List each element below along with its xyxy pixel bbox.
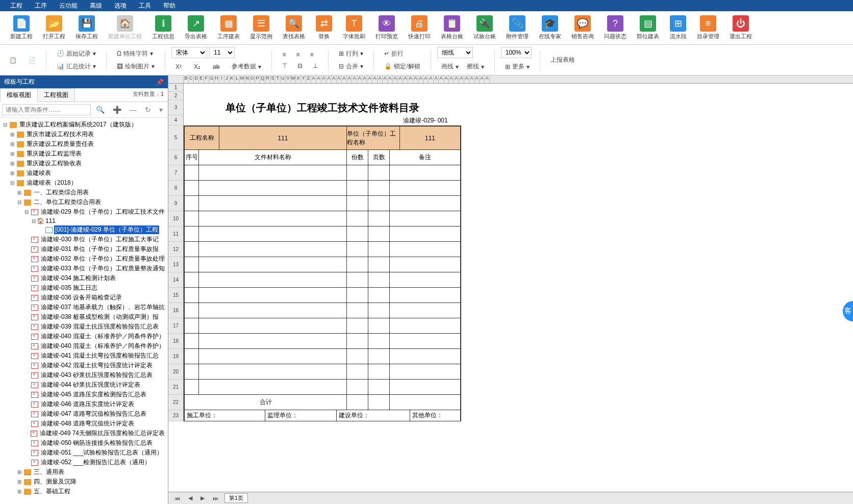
draw-pic-btn[interactable]: 🖼 绘制图片 ▾	[113, 60, 159, 73]
valign-bot-btn[interactable]: ⊥	[309, 60, 322, 71]
toolbar-btn-0[interactable]: 📄新建工程	[5, 14, 38, 41]
pin-icon[interactable]: 📌	[156, 79, 164, 86]
menu-tools[interactable]: 工具	[133, 1, 157, 11]
toolbar-btn-17[interactable]: 💬销售咨询	[566, 14, 599, 41]
tree-node[interactable]: ⊟渝建竣-029 单位（子单位）工程竣工技术文件	[2, 207, 166, 217]
search-icon[interactable]: 🔍	[93, 105, 108, 115]
tree-node[interactable]: ⊟重庆建设工程档案编制系统2017（建筑版）	[2, 120, 166, 130]
toolbar-btn-18[interactable]: ?问题状态	[599, 14, 632, 41]
tree-node[interactable]: ⊞四、测量及沉降	[2, 477, 166, 487]
tree-node[interactable]: 渝建竣-035 施工日志	[2, 283, 166, 293]
toolbar-btn-3[interactable]: 🏠新建单位工程	[103, 14, 147, 41]
tree-node[interactable]: ⊟🏠111	[2, 217, 166, 225]
add-icon[interactable]: ➕	[110, 105, 124, 115]
page-current[interactable]: 第1页	[224, 493, 248, 503]
toolbar-btn-1[interactable]: 📂打开工程	[38, 14, 70, 41]
page-last[interactable]: ⏭	[211, 495, 220, 501]
tree-node[interactable]: 渝建竣-042 混凝土抗弯拉强度统计评定表	[2, 361, 166, 370]
toolbar-btn-8[interactable]: 🔍查找表格	[278, 14, 310, 41]
tree-node[interactable]: 渝建竣-045 道路压实度检测报告汇总表	[2, 390, 166, 399]
tree-node[interactable]: 渝建竣-040 混凝土（标准养护／同条件养护）	[2, 341, 166, 351]
line-style-select[interactable]: 细线	[437, 47, 473, 58]
align-center-btn[interactable]: ≡	[292, 49, 304, 60]
menu-project[interactable]: 工程	[4, 1, 29, 11]
sum-stat-btn[interactable]: 📊 汇总统计 ▾	[53, 60, 100, 73]
menu-help[interactable]: 帮助	[157, 1, 182, 11]
rowcol-btn[interactable]: ⊞ 行列 ▾	[335, 47, 367, 60]
refresh-icon[interactable]: ↻	[142, 105, 154, 115]
tab-project-view[interactable]: 工程视图	[37, 88, 75, 102]
toolbar-btn-12[interactable]: 🖨快速打印	[403, 14, 436, 41]
align-left-btn[interactable]: ≡	[278, 49, 290, 60]
tree-node[interactable]: ⊞重庆建设工程监理表	[2, 149, 166, 159]
toolbar-btn-10[interactable]: T字体批刷	[338, 14, 370, 41]
tree-node[interactable]: 渝建竣-050 钢筋连接接头检验报告汇总表	[2, 438, 166, 448]
tree-node[interactable]: ⊞一、工程类综合用表	[2, 188, 166, 197]
tree-node[interactable]: 渝建竣-031 单位（子单位）工程质量事故报	[2, 244, 166, 254]
subscript-btn[interactable]: X₂	[190, 60, 205, 73]
raw-record-btn[interactable]: 🕐 原始记录 ▾	[53, 47, 100, 60]
tree-node[interactable]: ⊞渝建竣表	[2, 168, 166, 178]
toolbar-btn-15[interactable]: 📎附件管理	[501, 14, 534, 41]
tree-node[interactable]: ⊞重庆建设工程质量责任表	[2, 139, 166, 149]
tab-template-view[interactable]: 模板视图	[0, 88, 38, 102]
toolbar-btn-21[interactable]: ≡目录管理	[692, 14, 724, 41]
menu-advanced[interactable]: 高级	[84, 1, 108, 11]
font-size-select[interactable]: 11	[209, 47, 235, 58]
tree-node[interactable]: 渝建竣-049 74无侧限抗压强度检验汇总评定表	[2, 429, 166, 438]
page-first[interactable]: ⏮	[172, 495, 182, 501]
font-select[interactable]: 宋体	[171, 47, 207, 58]
toolbar-btn-19[interactable]: ▤部位建表	[632, 14, 664, 41]
strike-btn[interactable]: ab	[209, 60, 223, 73]
tree-node[interactable]: 渝建竣-034 施工检测计划表	[2, 273, 166, 283]
toolbar-btn-16[interactable]: 🎓在线专家	[534, 14, 566, 41]
tree-node[interactable]: 渝建竣-043 砂浆抗压强度检验报告汇总表	[2, 370, 166, 380]
upload-btn[interactable]: 上报表格	[546, 54, 579, 66]
erase-line-btn[interactable]: 擦线 ▾	[463, 60, 488, 73]
ref-data-btn[interactable]: 参考数据 ▾	[228, 60, 265, 73]
toolbar-btn-7[interactable]: ☰显示范例	[245, 14, 278, 41]
copy-icon[interactable]: 📋	[5, 55, 21, 66]
tree-node[interactable]: 渝建竣-033 单位（子单位）工程质量整改通知	[2, 264, 166, 273]
toolbar-btn-13[interactable]: 📋表格台账	[436, 14, 468, 41]
tree-node[interactable]: 渝建竣-046 道路压实度统计评定表	[2, 399, 166, 409]
toolbar-btn-11[interactable]: 👁打印预览	[370, 14, 403, 41]
tree-node[interactable]: 渝建竣-048 道路弯沉值统计评定表	[2, 419, 166, 429]
dropdown-icon[interactable]: ▾	[156, 105, 166, 115]
page-next[interactable]: ▶	[198, 495, 207, 501]
menu-options[interactable]: 选项	[108, 1, 133, 11]
toolbar-btn-5[interactable]: ↗导出表格	[180, 14, 212, 41]
toolbar-btn-2[interactable]: 💾保存工程	[70, 14, 103, 41]
tree-node[interactable]: 渝建竣-051 ___试验检验报告汇总表（通用）	[2, 448, 166, 458]
tree-node[interactable]: ⊞重庆建设工程验收表	[2, 159, 166, 168]
tree-node[interactable]: ⊞三、通用表	[2, 467, 166, 477]
toolbar-btn-22[interactable]: ⏻退出工程	[724, 14, 757, 41]
menu-process[interactable]: 工序	[29, 1, 53, 11]
toolbar-btn-20[interactable]: ⊞流水段	[664, 14, 692, 41]
page-prev[interactable]: ◀	[186, 495, 194, 501]
tree-node[interactable]: 渝建竣-037 地基承载力（触探）、岩芯单轴抗	[2, 303, 166, 312]
minus-icon[interactable]: —	[127, 105, 140, 115]
paste-icon[interactable]: 📄	[24, 55, 40, 66]
search-input[interactable]	[2, 104, 91, 115]
tree-node[interactable]: 渝建竣-030 单位（子单位）工程施工大事记	[2, 235, 166, 244]
toolbar-btn-9[interactable]: ⇄替换	[310, 14, 338, 41]
tree-node[interactable]: 渝建竣-044 砂浆抗压强度统计评定表	[2, 380, 166, 390]
tree-node[interactable]: [001]-渝建竣-029 单位（子单位）工程	[2, 225, 166, 235]
lock-btn[interactable]: 🔒 锁定/解锁	[380, 60, 424, 73]
merge-btn[interactable]: ⊟ 合并 ▾	[335, 60, 367, 73]
tree-node[interactable]: 渝建竣-039 混凝土抗压强度检验报告汇总表	[2, 322, 166, 332]
toolbar-btn-4[interactable]: ℹ工程信息	[147, 14, 180, 41]
zoom-select[interactable]: 100%	[501, 47, 532, 58]
tree-node[interactable]: 渝建竣-047 道路弯沉值检验报告汇总表	[2, 409, 166, 419]
more-btn[interactable]: ⊞ 更多 ▾	[501, 60, 534, 73]
valign-top-btn[interactable]: ⊤	[278, 60, 291, 71]
superscript-btn[interactable]: X²	[171, 60, 186, 73]
wrap-btn[interactable]: ↵ 折行	[380, 47, 424, 60]
line-color-btn[interactable]: 画线 ▾	[437, 60, 463, 73]
toolbar-btn-14[interactable]: 🔌试验台账	[468, 14, 501, 41]
tree-node[interactable]: ⊟渝建竣表（2018）	[2, 178, 166, 188]
tree-node[interactable]: ⊞重庆市建设工程技术用表	[2, 130, 166, 139]
tree-node[interactable]: 渝建竣-040 混凝土（标准养护／同条件养护）	[2, 332, 166, 341]
align-right-btn[interactable]: ≡	[306, 49, 317, 60]
